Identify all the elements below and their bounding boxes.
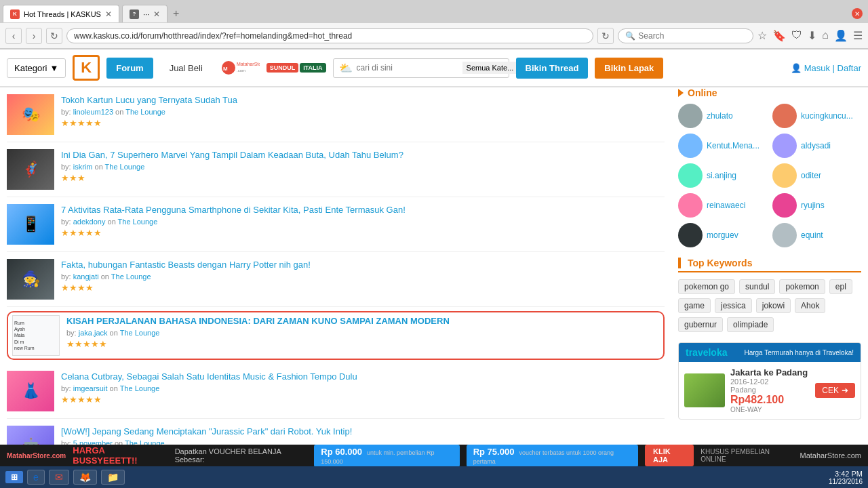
user-item[interactable]: equint: [772, 223, 861, 247]
thread-author[interactable]: linoleum123: [73, 108, 113, 116]
user-name[interactable]: equint: [801, 230, 823, 240]
masuk-daftar-button[interactable]: 👤 Masuk | Daftar: [791, 63, 861, 73]
thread-category[interactable]: The Lounge: [105, 163, 145, 171]
keyword-tag[interactable]: olimpiade: [727, 317, 774, 332]
user-name[interactable]: morguev: [707, 230, 738, 240]
browser-close-button[interactable]: ✕: [852, 8, 863, 19]
tab-bar: K Hot Threads | KASKUS ✕ ? ··· ✕ + ✕: [0, 0, 868, 23]
user-name[interactable]: kucingkuncu...: [801, 111, 853, 121]
user-item[interactable]: aldysadi: [772, 134, 861, 158]
browser-search-input[interactable]: [638, 31, 733, 41]
star-icon[interactable]: ☆: [757, 29, 767, 42]
user-name[interactable]: si.anjing: [707, 171, 736, 180]
thread-author[interactable]: jaka.jack: [79, 329, 108, 337]
thread-title-link[interactable]: Ini Dia Gan, 7 Superhero Marvel Yang Tam…: [61, 149, 665, 161]
user-item[interactable]: reinawaeci: [678, 193, 767, 218]
thread-author[interactable]: iskrim: [73, 163, 93, 171]
site-search-area[interactable]: ⛅ Semua Kate... 🔍: [333, 58, 509, 78]
keyword-tag[interactable]: sundul: [739, 279, 775, 294]
taskbar-date: 11/23/2016: [829, 478, 863, 485]
back-button[interactable]: ‹: [5, 28, 22, 44]
tab-close-2[interactable]: ✕: [153, 9, 160, 19]
bookmark-icon[interactable]: 🔖: [772, 29, 786, 42]
user-name[interactable]: aldysadi: [801, 141, 831, 150]
refresh-button[interactable]: ↻: [597, 28, 614, 44]
user-name[interactable]: zhulato: [707, 111, 733, 121]
forum-button[interactable]: Forum: [106, 58, 153, 79]
ad-cta-button[interactable]: KLIK AJA: [645, 445, 694, 466]
user-item[interactable]: zhulato: [678, 104, 767, 128]
download-icon[interactable]: ⬇: [808, 29, 816, 42]
site-search-input[interactable]: [357, 63, 458, 73]
thread-category[interactable]: The Lounge: [118, 218, 158, 226]
user-item[interactable]: ryujins: [772, 193, 861, 218]
keyword-tag[interactable]: jessica: [715, 298, 752, 313]
user-item[interactable]: morguev: [678, 223, 767, 247]
keyword-tag[interactable]: pokemon go: [678, 279, 735, 294]
bikin-lapak-button[interactable]: Bikin Lapak: [595, 58, 663, 79]
thread-thumbnail: 📱: [7, 204, 54, 245]
bikin-thread-button[interactable]: Bikin Thread: [516, 58, 589, 79]
thread-title-link[interactable]: [WoW!] Jepang Sedang Menciptakan "Jurass…: [61, 426, 665, 438]
user-item[interactable]: Kentut.Mena...: [678, 134, 767, 158]
svg-text:.com: .com: [237, 68, 245, 73]
kaskus-logo[interactable]: K: [73, 55, 100, 81]
user-item[interactable]: oditer: [772, 163, 861, 188]
thread-info: 7 Aktivitas Rata-Rata Pengguna Smarthpho…: [61, 204, 665, 238]
reload-button[interactable]: ↻: [46, 28, 62, 44]
new-tab-button[interactable]: +: [167, 5, 184, 22]
user-name[interactable]: oditer: [801, 171, 821, 180]
browser-search-box[interactable]: 🔍: [618, 28, 753, 43]
thread-category[interactable]: The Lounge: [111, 272, 151, 281]
thread-title-link[interactable]: Celana Cutbray, Sebagai Salah Satu Ident…: [61, 371, 665, 383]
keyword-tag[interactable]: game: [678, 298, 711, 313]
keyword-tag[interactable]: Ahok: [795, 298, 825, 313]
sundul-logo[interactable]: SUNDUL ITALIA: [267, 63, 326, 73]
kategori-button[interactable]: Kategori ▼: [7, 58, 66, 78]
traveloka-ad[interactable]: traveloka Harga Termurah hanya di Travel…: [678, 342, 861, 420]
user-name[interactable]: ryujins: [801, 201, 825, 210]
matahari-logo[interactable]: M MataharStore .com: [219, 58, 260, 77]
tab-close-1[interactable]: ✕: [105, 9, 112, 19]
matahari-svg-logo: M MataharStore .com: [219, 58, 260, 77]
thread-category[interactable]: The Lounge: [125, 108, 165, 116]
ie-taskbar-button[interactable]: e: [27, 470, 45, 485]
email-taskbar-button[interactable]: ✉: [49, 470, 69, 485]
jualbeli-button[interactable]: Jual Beli: [160, 58, 212, 79]
home-icon[interactable]: ⌂: [822, 29, 829, 42]
forward-button[interactable]: ›: [26, 28, 42, 44]
thread-stars: ★★★★★: [66, 339, 659, 349]
url-input[interactable]: [66, 28, 593, 43]
firefox-taskbar-button[interactable]: 🦊: [73, 470, 97, 485]
thread-title-link[interactable]: Fakta, hubungan Fantastic Beasts dengan …: [61, 259, 665, 271]
tab-1[interactable]: K Hot Threads | KASKUS ✕: [3, 5, 119, 22]
thread-author[interactable]: imgearsuit: [73, 384, 108, 392]
user-name[interactable]: reinawaeci: [707, 201, 745, 210]
menu-icon[interactable]: ☰: [853, 29, 863, 42]
keyword-tag[interactable]: pokemon: [779, 279, 825, 294]
shield-icon[interactable]: 🛡: [791, 29, 802, 42]
thread-thumbnail: 👗: [7, 371, 54, 411]
thread-author[interactable]: kangjati: [73, 272, 99, 281]
thread-category[interactable]: The Lounge: [120, 384, 160, 392]
thread-title-link[interactable]: KISAH PERJALANAN BAHASA INDONESIA: DARI …: [66, 315, 659, 327]
thread-author[interactable]: adekdony: [73, 218, 106, 226]
user-icon[interactable]: 👤: [834, 29, 848, 42]
cek-button[interactable]: CEK ➜: [815, 383, 855, 398]
thread-title-link[interactable]: 7 Aktivitas Rata-Rata Pengguna Smarthpho…: [61, 204, 665, 216]
start-button[interactable]: ⊞: [5, 471, 23, 483]
ad-store-name: MataharStore.com: [7, 452, 66, 460]
thread-title-link[interactable]: Tokoh Kartun Lucu yang Ternyata Sudah Tu…: [61, 94, 665, 106]
keyword-tag[interactable]: epl: [829, 279, 852, 294]
folder-taskbar-button[interactable]: 📁: [101, 470, 125, 485]
user-name[interactable]: Kentut.Mena...: [707, 141, 760, 150]
keyword-tag[interactable]: gubernur: [678, 317, 723, 332]
thread-category[interactable]: The Lounge: [120, 329, 160, 337]
keyword-tag[interactable]: jokowi: [756, 298, 791, 313]
svg-text:M: M: [223, 66, 228, 72]
ad-voucher-text: Dapatkan VOUCHER BELANJA Sebesar:: [175, 447, 308, 464]
user-item[interactable]: si.anjing: [678, 163, 767, 188]
tab-2[interactable]: ? ··· ✕: [122, 5, 167, 22]
thread-thumbnail: 🦸: [7, 149, 54, 190]
user-item[interactable]: kucingkuncu...: [772, 104, 861, 128]
